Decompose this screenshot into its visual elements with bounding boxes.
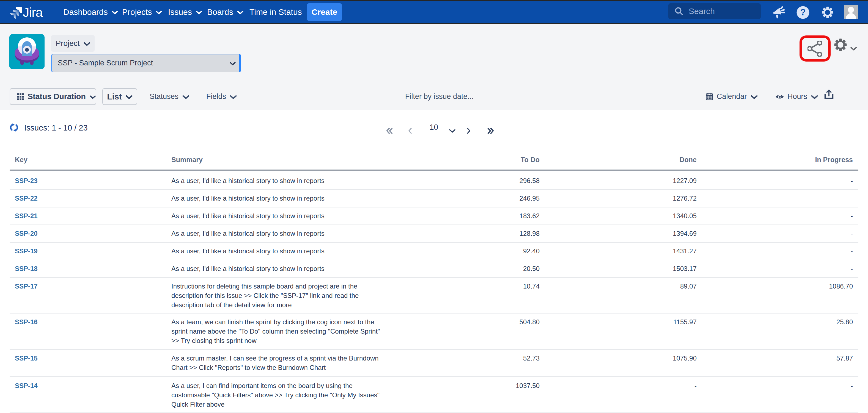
svg-text:?: ? bbox=[800, 7, 806, 17]
